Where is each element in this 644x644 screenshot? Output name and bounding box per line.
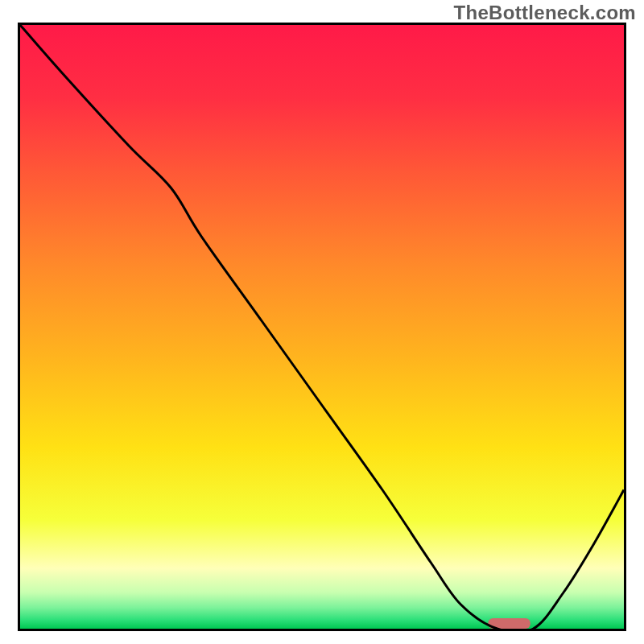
chart-stage: TheBottleneck.com	[0, 0, 644, 644]
gradient-background	[20, 25, 624, 629]
plot-area	[18, 23, 626, 631]
watermark-text: TheBottleneck.com	[454, 2, 636, 24]
chart-svg	[18, 23, 626, 631]
